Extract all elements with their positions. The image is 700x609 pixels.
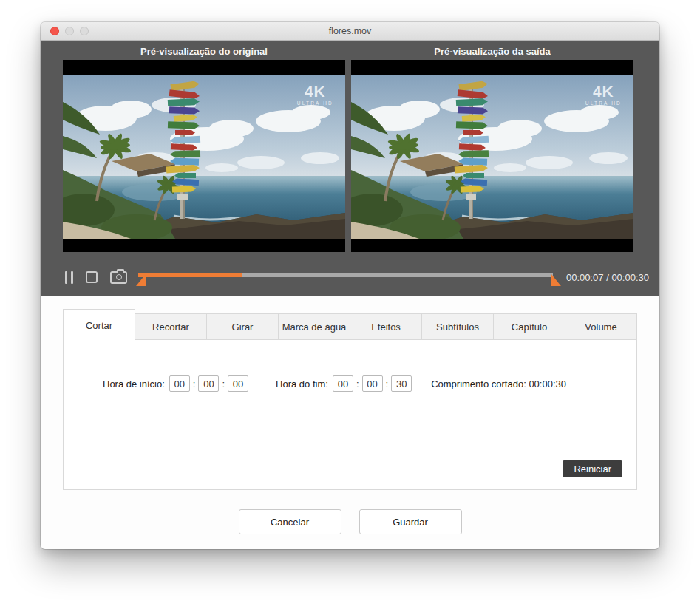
seek-progress xyxy=(138,273,242,277)
tab-capitulo[interactable]: Capítulo xyxy=(493,313,565,340)
traffic-lights xyxy=(50,27,89,35)
cut-panel: Hora de início: : : Hora do fim: : : Com… xyxy=(63,339,637,490)
end-minutes-field[interactable] xyxy=(362,375,383,392)
end-seconds-field[interactable] xyxy=(391,375,412,392)
tab-efeitos[interactable]: Efeitos xyxy=(350,313,422,340)
original-video-preview: 4K ULTRA HD xyxy=(63,60,345,252)
cut-length-label: Comprimento cortado: xyxy=(431,378,526,389)
titlebar: flores.mov xyxy=(41,22,659,41)
tab-recortar[interactable]: Recortar xyxy=(135,313,207,340)
cut-length-value: 00:00:30 xyxy=(529,378,566,389)
player-controls: 00:00:07 / 00:00:30 xyxy=(41,262,659,296)
tab-volume[interactable]: Volume xyxy=(565,313,637,340)
start-hours-field[interactable] xyxy=(169,375,190,392)
tab-cortar[interactable]: Cortar xyxy=(63,309,135,341)
tab-bar: Cortar Recortar Girar Marca de água Efei… xyxy=(63,309,637,340)
seek-bar[interactable] xyxy=(138,270,553,285)
preview-section: Pré-visualização do original Pré-visuali… xyxy=(41,41,659,296)
pause-icon[interactable] xyxy=(65,271,73,284)
snapshot-camera-icon[interactable] xyxy=(110,271,127,284)
original-preview-title: Pré-visualização do original xyxy=(63,46,345,57)
footer-actions: Cancelar Guardar xyxy=(63,509,637,534)
output-preview-title: Pré-visualização da saída xyxy=(351,46,633,57)
tab-girar[interactable]: Girar xyxy=(206,313,279,340)
tab-subtitulos[interactable]: Subtítulos xyxy=(421,313,494,340)
start-seconds-field[interactable] xyxy=(228,375,248,392)
colon-separator: : xyxy=(193,378,196,389)
output-video-preview: 4K ULTRA HD xyxy=(351,60,633,252)
end-time-label: Hora do fim: xyxy=(276,378,328,389)
video-scene xyxy=(63,75,345,239)
start-minutes-field[interactable] xyxy=(198,375,219,392)
zoom-button[interactable] xyxy=(80,27,89,35)
edit-area: Cortar Recortar Girar Marca de água Efei… xyxy=(41,296,659,534)
time-display: 00:00:07 / 00:00:30 xyxy=(566,272,649,283)
stop-icon[interactable] xyxy=(86,271,98,283)
video-scene xyxy=(351,75,633,239)
colon-separator: : xyxy=(386,378,389,389)
edit-window: flores.mov Pré-visualização do original … xyxy=(41,22,659,549)
tab-marca-de-agua[interactable]: Marca de água xyxy=(278,313,350,340)
cut-length-text: Comprimento cortado: 00:00:30 xyxy=(431,378,566,389)
cancel-button[interactable]: Cancelar xyxy=(239,509,341,534)
start-time-label: Hora de início: xyxy=(103,378,165,389)
colon-separator: : xyxy=(222,378,225,389)
colon-separator: : xyxy=(356,378,359,389)
close-button[interactable] xyxy=(50,27,59,35)
reset-button[interactable]: Reiniciar xyxy=(563,460,622,477)
window-title: flores.mov xyxy=(329,26,372,36)
minimize-button[interactable] xyxy=(65,27,74,35)
save-button[interactable]: Guardar xyxy=(359,509,462,534)
end-hours-field[interactable] xyxy=(333,375,353,392)
